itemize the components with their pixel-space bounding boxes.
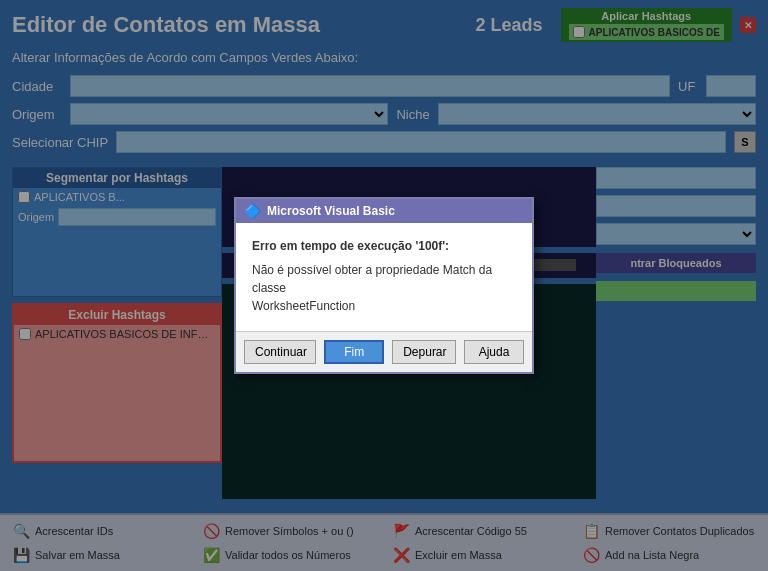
modal-title: Microsoft Visual Basic xyxy=(267,204,395,218)
modal-overlay: 🔷 Microsoft Visual Basic Erro em tempo d… xyxy=(0,0,768,571)
modal-help-button[interactable]: Ajuda xyxy=(464,340,524,364)
modal-dialog: 🔷 Microsoft Visual Basic Erro em tempo d… xyxy=(234,197,534,374)
modal-continue-button[interactable]: Continuar xyxy=(244,340,316,364)
modal-footer: Continuar Fim Depurar Ajuda xyxy=(236,331,532,372)
modal-end-button[interactable]: Fim xyxy=(324,340,384,364)
modal-error-title: Erro em tempo de execução '100f': xyxy=(252,239,516,253)
modal-error-text: Não é possível obter a propriedade Match… xyxy=(252,261,516,315)
modal-body: Erro em tempo de execução '100f': Não é … xyxy=(236,223,532,331)
vb-icon: 🔷 xyxy=(244,203,261,219)
modal-debug-button[interactable]: Depurar xyxy=(392,340,456,364)
modal-header: 🔷 Microsoft Visual Basic xyxy=(236,199,532,223)
